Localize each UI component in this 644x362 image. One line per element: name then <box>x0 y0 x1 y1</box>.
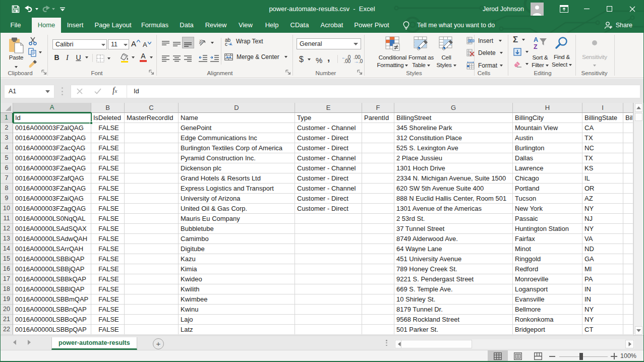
svg-text:A: A <box>534 36 538 43</box>
svg-text:Z: Z <box>534 43 538 50</box>
svg-text:c: c <box>225 41 227 46</box>
